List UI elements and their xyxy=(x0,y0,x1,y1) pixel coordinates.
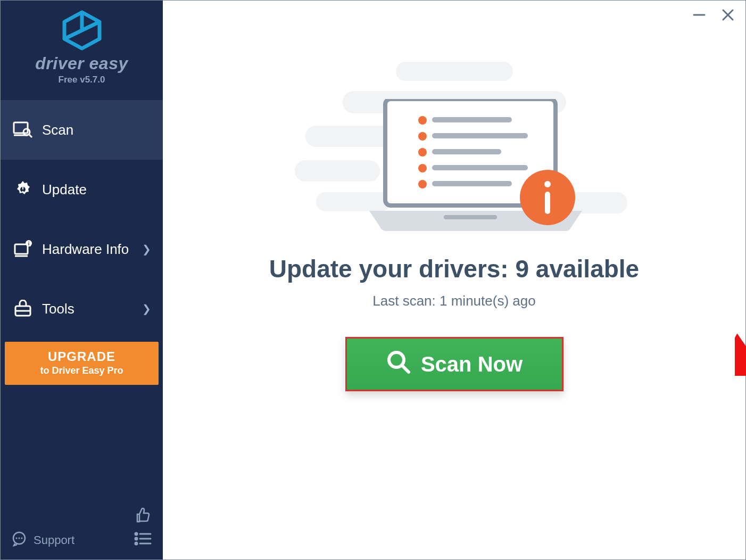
support-label: Support xyxy=(34,533,74,547)
sidebar-item-tools[interactable]: Tools ❯ xyxy=(1,279,163,339)
svg-point-13 xyxy=(135,538,137,540)
sidebar-item-scan[interactable]: Scan xyxy=(1,100,163,160)
sidebar-item-label: Scan xyxy=(42,122,73,138)
svg-point-28 xyxy=(544,181,551,187)
chat-icon xyxy=(11,531,27,550)
upgrade-button[interactable]: UPGRADE to Driver Easy Pro xyxy=(5,342,159,385)
sidebar-item-label: Tools xyxy=(42,301,74,317)
svg-point-11 xyxy=(21,538,23,539)
svg-rect-0 xyxy=(14,122,28,133)
svg-rect-20 xyxy=(432,133,528,138)
svg-rect-4 xyxy=(15,244,28,254)
list-menu-icon[interactable] xyxy=(134,532,152,549)
monitor-search-icon xyxy=(11,121,35,138)
svg-rect-22 xyxy=(432,149,501,154)
last-scan-text: Last scan: 1 minute(s) ago xyxy=(372,293,535,309)
brand-name: driver easy xyxy=(1,54,163,73)
hardware-info-icon: i xyxy=(11,240,35,258)
svg-rect-26 xyxy=(432,181,512,186)
scan-now-label: Scan Now xyxy=(421,352,523,376)
gear-icon xyxy=(11,180,35,199)
scan-now-button[interactable]: Scan Now xyxy=(345,337,563,391)
chevron-right-icon: ❯ xyxy=(142,243,151,256)
close-button[interactable] xyxy=(721,8,735,24)
thumbs-up-icon[interactable] xyxy=(134,517,152,526)
app-window: driver easy Free v5.7.0 Scan Update i xyxy=(0,0,746,560)
svg-point-17 xyxy=(418,116,427,125)
upgrade-line2: to Driver Easy Pro xyxy=(8,365,155,376)
svg-point-3 xyxy=(22,191,24,193)
headline: Update your drivers: 9 available xyxy=(269,254,639,283)
svg-text:i: i xyxy=(28,241,30,246)
svg-point-23 xyxy=(418,164,427,172)
svg-rect-16 xyxy=(444,215,497,219)
svg-point-14 xyxy=(135,542,137,545)
svg-rect-29 xyxy=(545,192,550,214)
svg-rect-24 xyxy=(432,165,528,170)
laptop-illustration xyxy=(273,62,635,232)
svg-rect-18 xyxy=(432,117,512,122)
svg-point-21 xyxy=(418,148,427,157)
version-label: Free v5.7.0 xyxy=(1,75,163,85)
svg-point-19 xyxy=(418,132,427,141)
info-badge-icon xyxy=(518,168,577,229)
sidebar-item-update[interactable]: Update xyxy=(1,160,163,219)
logo-block: driver easy Free v5.7.0 xyxy=(1,1,163,95)
sidebar-nav: Scan Update i Hardware Info ❯ Tools xyxy=(1,100,163,339)
sidebar-item-hardware-info[interactable]: i Hardware Info ❯ xyxy=(1,219,163,279)
toolbox-icon xyxy=(11,300,35,318)
annotation-arrow-icon xyxy=(735,317,746,378)
chevron-right-icon: ❯ xyxy=(142,302,151,315)
window-controls xyxy=(692,8,735,24)
support-button[interactable]: Support xyxy=(11,531,74,550)
svg-point-10 xyxy=(19,538,20,539)
magnifier-icon xyxy=(386,349,411,380)
app-logo-icon xyxy=(1,10,163,51)
sidebar: driver easy Free v5.7.0 Scan Update i xyxy=(1,1,163,559)
minimize-button[interactable] xyxy=(692,8,706,24)
sidebar-item-label: Hardware Info xyxy=(42,241,129,258)
main-panel: Update your drivers: 9 available Last sc… xyxy=(163,1,745,559)
sidebar-bottom: Support xyxy=(1,501,163,559)
svg-point-9 xyxy=(16,538,18,539)
svg-point-25 xyxy=(418,180,427,188)
sidebar-item-label: Update xyxy=(42,182,87,198)
upgrade-line1: UPGRADE xyxy=(8,349,155,364)
svg-point-12 xyxy=(135,533,137,535)
